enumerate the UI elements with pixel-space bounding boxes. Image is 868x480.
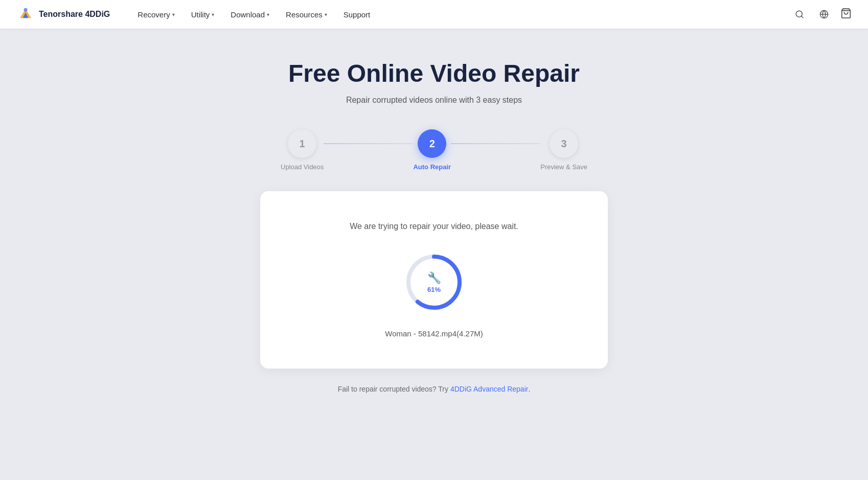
- step-label-repair: Auto Repair: [413, 163, 451, 171]
- navbar: Tenorshare 4DDiG Recovery ▾ Utility ▾ Do…: [0, 0, 868, 29]
- nav-item-resources[interactable]: Resources ▾: [279, 7, 334, 22]
- step-upload: 1 Upload Videos: [281, 129, 324, 171]
- main-content: Free Online Video Repair Repair corrupte…: [0, 29, 868, 414]
- step-line-1: [324, 143, 413, 144]
- step-repair: 2 Auto Repair: [413, 129, 451, 171]
- svg-point-1: [24, 8, 27, 11]
- nav-item-download[interactable]: Download ▾: [223, 7, 277, 22]
- footer-note: Fail to repair corrupted videos? Try 4DD…: [338, 385, 531, 393]
- step-circle-3: 3: [550, 129, 578, 158]
- wrench-icon: 🔧: [427, 271, 441, 285]
- chevron-down-icon: ▾: [325, 12, 327, 17]
- chevron-down-icon: ▾: [212, 12, 214, 17]
- nav-links: Recovery ▾ Utility ▾ Download ▾ Resource…: [130, 7, 791, 22]
- repair-card: We are trying to repair your video, plea…: [260, 191, 608, 369]
- chevron-down-icon: ▾: [172, 12, 175, 17]
- steps-progress: 1 Upload Videos 2 Auto Repair 3 Preview …: [281, 129, 587, 171]
- file-name-label: Woman - 58142.mp4(4.27M): [385, 329, 483, 338]
- cart-button[interactable]: [840, 8, 852, 21]
- svg-line-3: [801, 16, 803, 17]
- brand-logo[interactable]: Tenorshare 4DDiG: [16, 5, 110, 24]
- chevron-down-icon: ▾: [267, 12, 269, 17]
- step-circle-1: 1: [288, 129, 316, 158]
- nav-item-utility[interactable]: Utility ▾: [184, 7, 222, 22]
- search-button[interactable]: [791, 6, 808, 22]
- step-label-upload: Upload Videos: [281, 163, 324, 171]
- progress-percent: 61%: [427, 286, 441, 293]
- page-title: Free Online Video Repair: [288, 59, 580, 87]
- advanced-repair-link[interactable]: 4DDiG Advanced Repair: [450, 385, 529, 393]
- step-preview: 3 Preview & Save: [540, 129, 587, 171]
- repair-message: We are trying to repair your video, plea…: [350, 222, 518, 231]
- progress-center: 🔧 61%: [427, 271, 441, 293]
- step-line-2: [451, 143, 540, 144]
- step-label-preview: Preview & Save: [540, 163, 587, 171]
- nav-right: [791, 6, 852, 22]
- brand-name: Tenorshare 4DDiG: [39, 10, 110, 19]
- step-circle-2: 2: [418, 129, 446, 158]
- nav-item-support[interactable]: Support: [336, 7, 378, 22]
- nav-item-recovery[interactable]: Recovery ▾: [130, 7, 181, 22]
- page-subtitle: Repair corrupted videos online with 3 ea…: [346, 96, 522, 105]
- progress-ring: 🔧 61%: [403, 252, 465, 313]
- language-button[interactable]: [816, 6, 832, 22]
